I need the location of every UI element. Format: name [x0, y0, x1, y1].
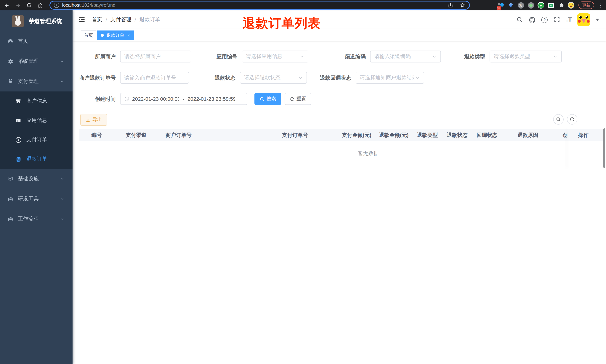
yen-icon: ¥ — [7, 78, 13, 84]
browser-toolbar: i localhost:1024/pay/refund 10 ⌘ — [0, 0, 606, 10]
page: i localhost:1024/pay/refund 10 ⌘ — [0, 0, 606, 364]
extension-puzzle-icon[interactable] — [558, 2, 564, 9]
refund-status-label: 退款状态 — [198, 72, 236, 84]
breadcrumb-current: 退款订单 — [140, 16, 160, 23]
toggle-search-button[interactable] — [553, 114, 564, 125]
reset-button[interactable]: 重置 — [285, 93, 311, 105]
browser-back-icon[interactable] — [4, 2, 10, 8]
bookmark-star-icon[interactable] — [460, 2, 465, 8]
sidebar-item-pay-order[interactable]: ¥ 支付订单 — [0, 130, 73, 149]
sidebar-item-home[interactable]: 首页 — [0, 31, 73, 51]
url-text[interactable]: localhost:1024/pay/refund — [62, 3, 445, 8]
payment-submenu: 商户信息 应用信息 ¥ 支付订单 — [0, 91, 73, 169]
col-refund-amount: 退款金额(元) — [379, 129, 409, 141]
table-header-row: 编号 支付渠道 商户订单号 支付订单号 支付金额(元) 退款金额(元) 退款类型… — [79, 129, 603, 141]
table-body: 暂无数据 — [79, 141, 603, 168]
sidebar-item-system[interactable]: 系统管理 — [0, 51, 73, 71]
extension-emoji-icon[interactable] — [568, 2, 574, 9]
extension-badge: 10 — [497, 6, 501, 10]
merchant-label: 所属商户 — [79, 51, 116, 63]
merchant-input[interactable] — [120, 51, 191, 63]
refund-type-select[interactable]: 请选择退款类型 — [489, 51, 562, 63]
browser-update-button[interactable]: 更新 — [579, 1, 594, 9]
tag-refund-order[interactable]: 退款订单 × — [97, 30, 134, 40]
merchant-refund-no-label: 商户退款订单号 — [79, 72, 116, 84]
channel-select[interactable]: 请输入渠道编码 — [370, 51, 441, 63]
refund-type-label: 退款类型 — [448, 51, 485, 63]
create-time-range-picker[interactable]: 2022-01-23 00:00:00 - 2022-01-23 23:59:5… — [120, 93, 247, 105]
chevron-down-icon — [60, 217, 64, 221]
sidebar-item-dev-tools[interactable]: 研发工具 — [0, 189, 73, 209]
col-pay-channel: 支付渠道 — [126, 129, 146, 141]
sidebar-item-infra[interactable]: 基础设施 — [0, 169, 73, 189]
address-bar[interactable]: i localhost:1024/pay/refund — [50, 1, 470, 10]
app-no-select[interactable]: 请选择应用信息 — [242, 51, 308, 63]
sidebar-item-payment[interactable]: ¥ 支付管理 — [0, 71, 73, 91]
extension-command-icon[interactable]: ⌘ — [517, 2, 524, 9]
breadcrumb: 首页 / 支付管理 / 退款订单 — [92, 10, 160, 29]
app-title: 芋道管理系统 — [29, 18, 62, 25]
app-logo[interactable]: 芋道管理系统 — [0, 10, 73, 27]
browser-extensions: 10 ⌘ y — [497, 0, 603, 10]
chevron-down-icon — [553, 54, 558, 59]
chevron-down-icon — [432, 54, 437, 59]
tag-home[interactable]: 首页 — [81, 30, 96, 40]
extension-record-icon[interactable] — [527, 2, 534, 9]
breadcrumb-home[interactable]: 首页 — [92, 16, 102, 23]
col-refund-type: 退款类型 — [417, 129, 438, 141]
browser-forward-icon[interactable] — [15, 2, 21, 8]
browser-home-icon[interactable] — [37, 2, 43, 8]
sidebar-collapse-icon[interactable] — [79, 17, 85, 23]
browser-reload-icon[interactable] — [26, 2, 32, 8]
sidebar-item-refund-order[interactable]: 退款订单 — [0, 149, 73, 169]
share-icon[interactable] — [448, 2, 453, 8]
sidebar-item-merchant-info[interactable]: 商户信息 — [0, 91, 73, 111]
end-date-value: 2022-01-23 23:59:59 — [187, 96, 235, 102]
export-button[interactable]: 导出 — [80, 114, 107, 126]
chevron-down-icon — [300, 54, 304, 59]
avatar-caret-icon[interactable] — [596, 19, 599, 21]
empty-text: 暂无数据 — [358, 150, 379, 157]
extension-chat-icon[interactable] — [548, 2, 554, 9]
sidebar-item-app-info[interactable]: 应用信息 — [0, 111, 73, 130]
tags-view: 首页 退款订单 × — [73, 29, 606, 41]
pay-order-icon: ¥ — [16, 137, 21, 143]
extension-gem-icon[interactable] — [507, 2, 514, 9]
refund-status-select[interactable]: 请选择退款状态 — [240, 72, 307, 84]
extension-y-icon[interactable]: y — [538, 2, 544, 9]
help-icon[interactable]: ? — [541, 16, 548, 23]
channel-label: 渠道编码 — [329, 51, 366, 63]
shop-icon — [16, 98, 21, 104]
app-no-label: 应用编号 — [200, 51, 237, 63]
col-id: 编号 — [92, 129, 102, 141]
gear-icon — [7, 58, 13, 64]
refund-table: 编号 支付渠道 商户订单号 支付订单号 支付金额(元) 退款金额(元) 退款类型… — [79, 129, 603, 168]
col-pay-order-no: 支付订单号 — [282, 129, 308, 141]
header-search-icon[interactable] — [516, 16, 523, 23]
site-info-icon[interactable]: i — [54, 3, 59, 8]
avatar[interactable] — [577, 13, 590, 26]
table-grid-icon — [16, 118, 21, 123]
col-refund-reason: 退款原因 — [517, 129, 538, 141]
breadcrumb-payment[interactable]: 支付管理 — [110, 16, 131, 23]
navbar: 首页 / 支付管理 / 退款订单 退款订单列表 ? — [73, 10, 606, 29]
chevron-down-icon — [60, 177, 64, 181]
browser-menu-icon[interactable]: ⋮ — [598, 2, 603, 8]
dashboard-icon — [7, 38, 13, 44]
col-callback-status: 回调状态 — [476, 129, 497, 141]
main-area: 首页 / 支付管理 / 退款订单 退款订单列表 ? — [73, 10, 606, 364]
font-size-icon[interactable]: TT — [566, 16, 572, 23]
active-dot — [101, 34, 104, 37]
sidebar-item-workflow[interactable]: 工作流程 — [0, 209, 73, 229]
refund-doc-icon — [16, 156, 21, 162]
search-button[interactable]: 搜索 — [254, 93, 281, 105]
notify-status-label: 退款回调状态 — [314, 72, 351, 84]
refresh-button[interactable] — [567, 114, 577, 125]
notify-status-select[interactable]: 请选择通知商户退款结果的回调状态 — [356, 72, 424, 84]
extension-arc-icon[interactable]: 10 — [497, 2, 504, 9]
github-icon[interactable] — [529, 16, 536, 23]
tag-close-icon[interactable]: × — [128, 33, 130, 38]
merchant-refund-no-input[interactable] — [120, 72, 189, 84]
fullscreen-icon[interactable] — [553, 16, 560, 23]
scrollbar-thumb[interactable] — [603, 128, 605, 168]
